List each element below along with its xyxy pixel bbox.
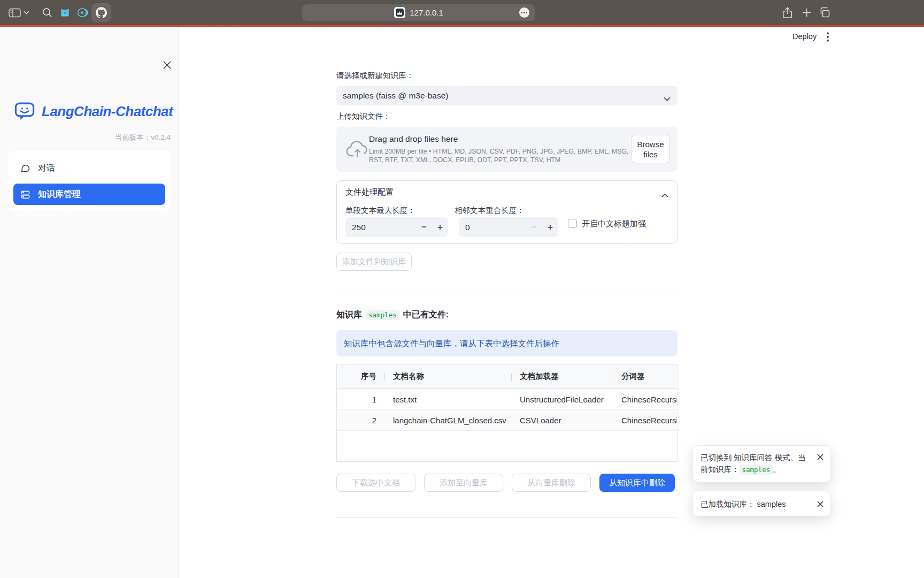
row-loader: CSVLoader <box>511 416 613 425</box>
file-config-expander: 文件处理配置 单段文本最大长度： 相邻文本重合长度： 250 − + 0 − +… <box>336 180 677 244</box>
chunk-size-value: 250 <box>352 217 366 237</box>
divider <box>336 517 677 518</box>
dropzone-limit-text: Limit 200MB per file • HTML, MD, JSON, C… <box>369 148 636 164</box>
chat-bubble-icon <box>20 163 30 173</box>
sidebar-toggle-icon[interactable] <box>9 8 21 18</box>
github-icon <box>96 7 107 18</box>
deploy-button[interactable]: Deploy <box>792 32 817 41</box>
url-text: 127.0.0.1 <box>410 8 443 17</box>
download-selected-button[interactable]: 下载选中文档 <box>336 474 415 492</box>
table-row[interactable]: 2 langchain-ChatGLM_closed.csv CSVLoader… <box>337 410 677 431</box>
sidebar: LangChain-Chatchat 当前版本：v0.2.4 对话 知识库管理 <box>0 27 179 578</box>
new-tab-icon[interactable] <box>802 8 811 17</box>
chunk-overlap-input[interactable]: 0 − + <box>459 217 558 237</box>
heading-prefix: 知识库 <box>336 309 362 321</box>
sidebar-menu: 对话 知识库管理 <box>8 151 171 211</box>
kb-select-label: 请选择或新建知识库： <box>336 71 414 81</box>
toast-text: 。 <box>773 465 781 474</box>
sidebar-close-icon[interactable] <box>160 58 173 71</box>
chunk-size-minus-button[interactable]: − <box>416 217 432 237</box>
row-docname: langchain-ChatGLM_closed.csv <box>384 416 511 425</box>
database-stack-icon <box>20 189 30 200</box>
file-dropzone[interactable]: Drag and drop files here Limit 200MB per… <box>336 127 677 172</box>
sidebar-item-knowledge-base[interactable]: 知识库管理 <box>13 184 165 205</box>
zh-title-enhance-label[interactable]: 开启中文标题加强 <box>582 219 646 229</box>
chunk-size-plus-button[interactable]: + <box>432 217 448 237</box>
row-index: 1 <box>337 395 384 404</box>
url-bar[interactable]: 127.0.0.1 <box>302 4 535 21</box>
chunk-size-label: 单段文本最大长度： <box>345 206 415 216</box>
chunk-overlap-label: 相邻文本重合长度： <box>455 206 525 216</box>
table-row[interactable]: 1 test.txt UnstructuredFileLoader Chines… <box>337 389 677 410</box>
cloud-upload-icon <box>345 140 369 159</box>
info-alert: 知识库中包含源文件与向量库，请从下表中选择文件后操作 <box>336 330 677 356</box>
chatchat-logo-icon <box>13 100 36 123</box>
row-index: 2 <box>337 416 384 425</box>
browser-toolbar: 127.0.0.1 <box>0 0 924 25</box>
chevron-down-icon <box>664 94 671 103</box>
sidebar-item-label: 知识库管理 <box>38 189 81 200</box>
file-actions: 下载选中文档 添加至向量库 从向量库删除 从知识库中删除 <box>336 474 675 492</box>
chunk-size-input[interactable]: 250 − + <box>345 217 448 237</box>
kb-select-value: samples (faiss @ m3e-base) <box>343 86 449 105</box>
sidebar-item-label: 对话 <box>38 163 55 174</box>
kb-files-table: 序号 文档名称 文档加载器 分词器 1 test.txt Unstructure… <box>336 364 677 462</box>
dropzone-title: Drag and drop files here <box>369 134 458 144</box>
chunk-overlap-value: 0 <box>465 217 470 237</box>
row-docname: test.txt <box>384 395 511 404</box>
table-header-loader[interactable]: 文档加载器 <box>511 371 613 382</box>
github-tab[interactable] <box>91 3 111 22</box>
divider <box>336 293 677 293</box>
toast-kb-code: samples <box>740 465 773 475</box>
sidebar-item-chat[interactable]: 对话 <box>13 157 165 179</box>
table-header-index[interactable]: 序号 <box>337 371 384 382</box>
toast-close-icon[interactable] <box>816 453 825 461</box>
pinned-tab-rings-icon[interactable] <box>77 7 88 18</box>
add-to-vector-store-button[interactable]: 添加至向量库 <box>424 474 503 492</box>
table-header-docname[interactable]: 文档名称 <box>384 371 511 382</box>
add-files-button[interactable]: 添加文件到知识库 <box>336 253 412 271</box>
kb-files-heading: 知识库 samples 中已有文件: <box>336 309 449 321</box>
delete-from-vector-store-button[interactable]: 从向量库删除 <box>512 474 591 492</box>
toast-text: 已加载知识库： samples <box>700 500 786 508</box>
zh-title-enhance-checkbox[interactable] <box>568 219 577 228</box>
search-icon[interactable] <box>42 7 52 18</box>
app-title: LangChain-Chatchat <box>42 103 173 120</box>
row-splitter: ChineseRecursiveTextSplitter <box>613 416 677 425</box>
delete-from-kb-button[interactable]: 从知识库中删除 <box>599 474 675 492</box>
browse-files-button[interactable]: Browse files <box>631 135 670 163</box>
chunk-overlap-minus-button[interactable]: − <box>526 217 542 237</box>
expander-title[interactable]: 文件处理配置 <box>345 187 394 197</box>
heading-suffix: 中已有文件: <box>403 309 449 321</box>
row-loader: UnstructuredFileLoader <box>511 395 613 404</box>
main-menu-kebab-icon[interactable] <box>824 32 831 42</box>
main-content: 请选择或新建知识库： samples (faiss @ m3e-base) 上传… <box>336 27 677 578</box>
app-logo: LangChain-Chatchat <box>13 100 173 123</box>
table-header-row: 序号 文档名称 文档加载器 分词器 <box>337 364 677 389</box>
site-favicon <box>394 7 405 18</box>
chunk-overlap-plus-button[interactable]: + <box>542 217 558 237</box>
share-icon[interactable] <box>782 7 792 19</box>
toolbar-chevron-down-icon[interactable] <box>24 11 29 14</box>
upload-label: 上传知识文件： <box>336 111 391 121</box>
toast-mode-switched: 已切换到 知识库问答 模式。当前知识库：samples。 <box>692 445 830 482</box>
app-version: 当前版本：v0.2.4 <box>0 133 171 142</box>
info-alert-text: 知识库中包含源文件与向量库，请从下表中选择文件后操作 <box>344 330 559 356</box>
screen: 127.0.0.1 LangChain-Chatchat <box>0 0 924 578</box>
chevron-up-icon[interactable] <box>661 190 668 200</box>
table-header-splitter[interactable]: 分词器 <box>613 371 677 382</box>
tab-overview-icon[interactable] <box>819 7 830 18</box>
toast-close-icon[interactable] <box>816 500 825 508</box>
kb-name-code: samples <box>366 310 399 320</box>
row-splitter: ChineseRecursiveTextSplitter <box>613 395 677 404</box>
page-more-icon[interactable] <box>519 7 529 18</box>
pinned-tab-bookmark-icon[interactable] <box>59 7 71 18</box>
toast-kb-loaded: 已加载知识库： samples <box>692 491 830 516</box>
kb-select[interactable]: samples (faiss @ m3e-base) <box>336 86 677 105</box>
